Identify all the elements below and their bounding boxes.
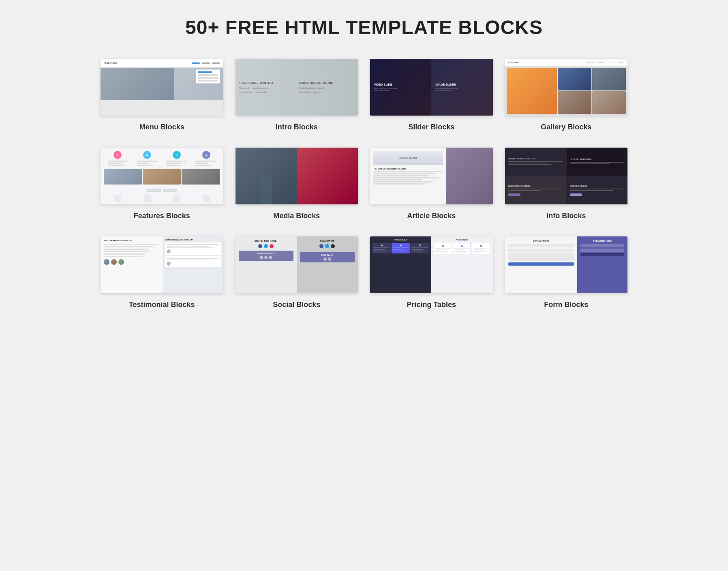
thumbnail-testimonial: WHAT OUR FANTASTIC USERS SAY WHAT OUR FA… xyxy=(101,236,223,293)
thumbnail-menu: BRANDNAME xyxy=(101,59,223,116)
thumbnail-features: ♥ ♛ ♬ ◎ xyxy=(101,148,223,204)
thumbnail-article: ARTICLE HEADER Title with Solid Backgrou… xyxy=(370,148,493,204)
thumbnail-form: CONTACT FORM SUBSCRIBE FORM xyxy=(505,236,628,293)
block-item-slider[interactable]: VIDEO SLIDE Beautiful full screen video … xyxy=(370,59,493,131)
block-label-info: Info Blocks xyxy=(546,212,586,220)
block-item-testimonial[interactable]: WHAT OUR FANTASTIC USERS SAY WHAT OUR FA… xyxy=(101,236,223,309)
block-item-features[interactable]: ♥ ♛ ♬ ◎ xyxy=(101,148,223,220)
block-item-media[interactable]: Media Blocks xyxy=(236,148,358,220)
block-label-pricing: Pricing Tables xyxy=(407,301,456,309)
block-label-intro: Intro Blocks xyxy=(276,123,318,131)
block-item-article[interactable]: ARTICLE HEADER Title with Solid Backgrou… xyxy=(370,148,493,220)
block-label-form: Form Blocks xyxy=(544,301,588,309)
thumbnail-pricing: PRICING TABLE $0 $0 xyxy=(370,236,493,293)
block-label-menu: Menu Blocks xyxy=(139,123,184,131)
block-label-slider: Slider Blocks xyxy=(408,123,454,131)
block-item-pricing[interactable]: PRICING TABLE $0 $0 xyxy=(370,236,493,309)
block-item-gallery[interactable]: BRANDNAME Overview Galleries Next+ Downl… xyxy=(505,59,628,131)
block-label-features: Features Blocks xyxy=(134,212,190,220)
thumbnail-intro: FULL SCREEN INTRO Modern fully responsiv… xyxy=(236,59,358,116)
thumbnail-gallery: BRANDNAME Overview Galleries Next+ Downl… xyxy=(505,59,628,116)
block-label-testimonial: Testimonial Blocks xyxy=(129,301,195,309)
block-label-media: Media Blocks xyxy=(273,212,320,220)
block-item-form[interactable]: CONTACT FORM SUBSCRIBE FORM Form Blocks xyxy=(505,236,628,309)
thumbnail-social: SHARE THIS PAGE! SHARE THIS PAGE! xyxy=(236,236,358,293)
thumbnail-info: TRENDY WEBSITE BLOCKS BACKGROUND VIDEO B… xyxy=(505,148,628,204)
block-label-article: Article Blocks xyxy=(407,212,456,220)
thumbnail-media xyxy=(236,148,358,204)
block-item-menu[interactable]: BRANDNAME Menu Blocks xyxy=(101,59,223,131)
block-item-social[interactable]: SHARE THIS PAGE! SHARE THIS PAGE! xyxy=(236,236,358,309)
block-label-gallery: Gallery Blocks xyxy=(541,123,591,131)
thumbnail-slider: VIDEO SLIDE Beautiful full screen video … xyxy=(370,59,493,116)
block-item-info[interactable]: TRENDY WEBSITE BLOCKS BACKGROUND VIDEO B… xyxy=(505,148,628,220)
block-item-intro[interactable]: FULL SCREEN INTRO Modern fully responsiv… xyxy=(236,59,358,131)
blocks-grid: BRANDNAME Menu Blocks xyxy=(101,59,627,309)
block-label-social: Social Blocks xyxy=(273,301,320,309)
page-title: 50+ FREE HTML TEMPLATE BLOCKS xyxy=(8,16,720,39)
